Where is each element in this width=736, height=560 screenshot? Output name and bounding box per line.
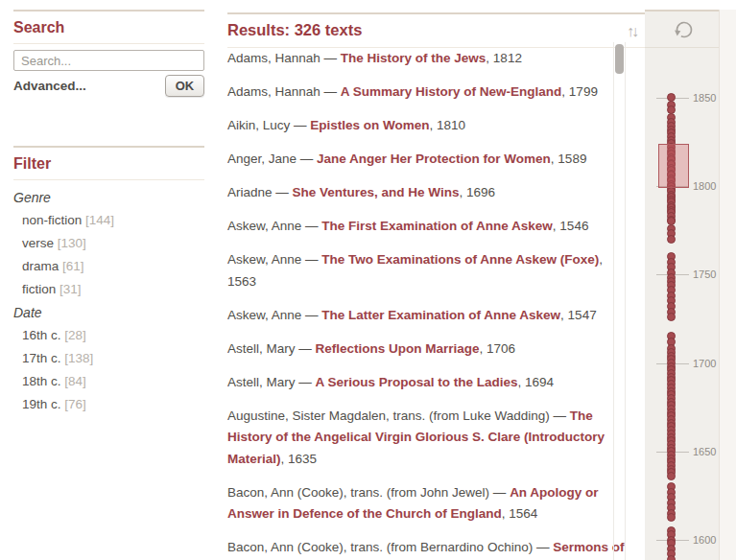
result-item: Anger, Jane — Jane Anger Her Protection … [227,149,630,171]
result-year: , 1546 [553,219,589,233]
results-header: Results: 326 texts ↑↓ [227,12,653,48]
result-year: , 1635 [281,452,318,466]
filter-item-16th-c-[interactable]: 16th c. [28] [13,324,204,347]
result-author: Adams, Hannah — [227,51,341,65]
search-section: Search Advanced... OK [13,10,204,97]
results-scrollbar-track[interactable] [613,42,626,560]
search-section-header: Search [13,10,204,44]
result-item: Augustine, Sister Magdalen, trans. (from… [227,406,630,471]
timeline-dot [667,472,676,480]
filter-item-17th-c-[interactable]: 17th c. [138] [13,347,204,370]
result-author: Astell, Mary — [227,341,316,356]
filter-item-label: verse [22,236,58,250]
result-title-link[interactable]: Reflections Upon Marriage [316,341,480,356]
result-item: Astell, Mary — A Serious Proposal to the… [227,372,630,394]
filter-item-count: [144] [85,213,114,227]
result-item: Askew, Anne — The Latter Examination of … [227,305,630,327]
filter-group-label: Date [13,301,204,324]
filter-item-non-fiction[interactable]: non-fiction [144] [13,209,204,232]
timeline-tick-label: 1700 [693,358,716,369]
result-title-link[interactable]: She Ventures, and He Wins [293,185,460,199]
filter-item-count: [31] [59,282,82,296]
result-title-link[interactable]: Epistles on Women [310,118,429,132]
result-author: Askew, Anne — [227,219,321,233]
result-title-link[interactable]: A Serious Proposal to the Ladies [316,375,518,389]
timeline-tick-label: 1750 [693,268,716,280]
search-input[interactable] [13,50,204,71]
result-year: , 1589 [551,152,587,166]
result-year: , 1564 [502,506,538,521]
search-heading: Search [13,19,64,35]
search-ok-button[interactable]: OK [165,75,204,97]
filter-item-label: fiction [22,282,59,296]
filter-item-label: 19th c. [22,397,64,411]
timeline-dot [667,313,676,321]
result-title-link[interactable]: The Two Examinations of Anne Askew (Foxe… [321,252,599,267]
results-scrollbar-thumb[interactable] [615,44,624,74]
timeline-canvas: 185018001750170016501600 [645,0,719,560]
result-year: , 1799 [561,84,598,99]
result-author: Astell, Mary — [227,375,316,389]
filter-heading: Filter [13,155,51,172]
sort-arrows-icon[interactable]: ↑↓ [627,23,636,40]
result-item: Askew, Anne — The First Examination of A… [227,216,630,238]
timeline-dot [667,235,676,244]
filter-item-fiction[interactable]: fiction [31] [13,278,204,301]
results-list: Adams, Hannah — The History of the Jews,… [227,46,630,560]
filter-item-count: [61] [62,259,84,273]
result-title-link[interactable]: Jane Anger Her Protection for Women [317,152,551,166]
result-year: , 1810 [430,118,466,132]
advanced-row: Advanced... OK [13,75,204,97]
result-year: , 1696 [459,185,495,199]
result-year: , 1694 [518,375,555,389]
result-author: Aikin, Lucy — [227,118,310,132]
result-title-link[interactable]: The History of the Jews [341,51,487,65]
result-item: Aikin, Lucy — Epistles on Women, 1810 [227,115,630,137]
result-author: Bacon, Ann (Cooke), trans. (from Bernard… [227,540,553,554]
filter-item-label: 17th c. [22,351,64,365]
filter-item-count: [76] [64,397,86,411]
filter-item-count: [84] [64,374,86,388]
result-author: Bacon, Ann (Cooke), trans. (from John Je… [227,485,510,500]
filter-item-verse[interactable]: verse [130] [13,232,204,255]
timeline-tick-label: 1650 [693,446,716,457]
result-title-link[interactable]: A Summary History of New-England [341,84,562,99]
timeline-tick-label: 1600 [693,534,716,546]
result-title-link[interactable]: The First Examination of Anne Askew [321,219,553,233]
filter-item-label: non-fiction [22,213,85,227]
result-author: Augustine, Sister Magdalen, trans. (from… [227,408,570,423]
filter-item-count: [28] [64,328,86,342]
result-item: Bacon, Ann (Cooke), trans. (from John Je… [227,482,630,525]
timeline-dot [667,513,676,522]
timeline-tick-label: 1850 [693,92,716,104]
result-author: Askew, Anne — [227,252,321,267]
result-author: Anger, Jane — [227,152,317,166]
result-item: Adams, Hannah — The History of the Jews,… [227,48,630,70]
advanced-search-link[interactable]: Advanced... [13,79,86,93]
filter-item-label: 16th c. [22,328,64,342]
result-author: Askew, Anne — [227,308,321,322]
result-title-link[interactable]: The Latter Examination of Anne Askew [321,308,560,322]
right-edge-strip [719,10,736,560]
result-item: Ariadne — She Ventures, and He Wins, 169… [227,182,630,204]
filter-item-18th-c-[interactable]: 18th c. [84] [13,370,204,393]
result-item: Askew, Anne — The Two Examinations of An… [227,249,630,292]
filter-group-label: Genre [13,186,204,209]
filter-section: Filter Genrenon-fiction [144]verse [130]… [13,146,204,416]
filter-item-drama[interactable]: drama [61] [13,255,204,278]
result-item: Bacon, Ann (Cooke), trans. (from Bernard… [227,537,630,559]
result-year: , 1812 [486,51,522,65]
result-author: Ariadne — [227,185,293,199]
filter-item-label: 18th c. [22,374,64,388]
result-author: Adams, Hannah — [227,84,341,99]
filter-groups: Genrenon-fiction [144]verse [130]drama [… [13,186,204,416]
result-item: Adams, Hannah — A Summary History of New… [227,82,630,104]
filter-item-count: [138] [64,351,93,365]
filter-item-19th-c-[interactable]: 19th c. [76] [13,393,204,416]
result-year: , 1547 [560,308,597,322]
result-year: , 1706 [480,341,516,356]
filter-item-count: [130] [58,236,86,250]
result-item: Astell, Mary — Reflections Upon Marriage… [227,338,630,361]
timeline-selection-brush[interactable] [658,144,689,188]
timeline-tick-label: 1800 [693,180,716,192]
